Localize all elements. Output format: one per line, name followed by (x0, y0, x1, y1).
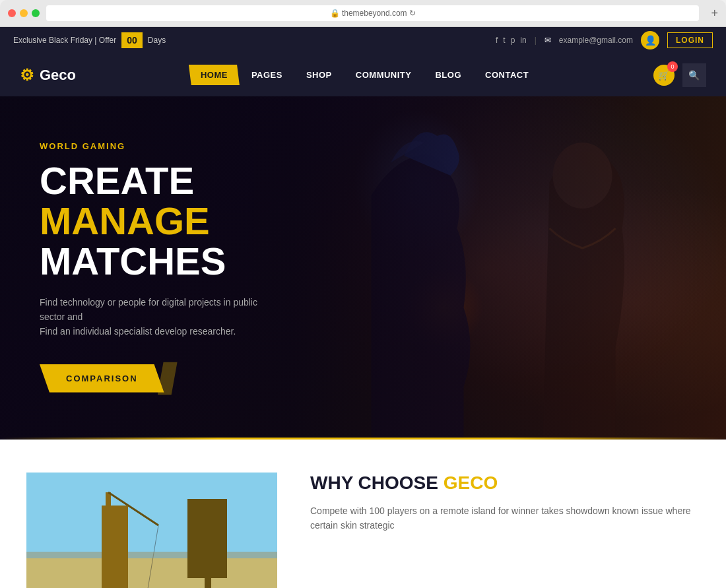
hero-section: WORLD GAMING CREATE MANAGE MATCHES Find … (0, 96, 726, 440)
nav-shop[interactable]: SHOP (294, 65, 344, 85)
top-bar-left: Exclusive Black Friday | Offer 00 Days (13, 32, 166, 48)
facebook-icon[interactable]: f (496, 36, 498, 45)
countdown-timer: 00 (121, 32, 143, 48)
nav-home[interactable]: HOME (189, 65, 240, 85)
email-address: example@gmail.com (559, 36, 633, 45)
nav-blog[interactable]: BLOG (423, 65, 473, 85)
mail-icon: ✉ (544, 36, 551, 45)
nav-community[interactable]: COMMUNITY (344, 65, 424, 85)
why-title-highlight: GECO (444, 473, 498, 493)
browser-chrome: 🔒 themebeyond.com ↻ + (0, 0, 726, 27)
dot-yellow[interactable] (20, 9, 28, 17)
dot-green[interactable] (32, 9, 40, 17)
svg-rect-9 (205, 506, 211, 588)
hero-title: CREATE MANAGE MATCHES (40, 161, 317, 282)
reload-icon[interactable]: ↻ (409, 9, 416, 18)
hero-title-line2: MATCHES (40, 239, 226, 282)
lock-icon: 🔒 (330, 9, 340, 18)
btn-slash-decoration (158, 362, 178, 395)
hero-cta-wrapper: COMPARISON (40, 362, 317, 395)
browser-address-bar[interactable]: 🔒 themebeyond.com ↻ (46, 5, 699, 21)
hero-subtitle: WORLD GAMING (40, 141, 317, 151)
social-icons: f t p in (496, 36, 527, 45)
linkedin-icon[interactable]: in (520, 36, 526, 45)
why-section-content: WHY CHOOSE GECO Compete with 100 players… (310, 473, 700, 533)
logo-icon: ⚙ (20, 66, 34, 84)
url-text: themebeyond.com (342, 9, 407, 18)
cart-badge: 0 (667, 61, 678, 72)
logo-text: Geco (40, 67, 76, 84)
hero-title-highlight: MANAGE (40, 199, 210, 242)
top-announcement-bar: Exclusive Black Friday | Offer 00 Days f… (0, 27, 726, 53)
why-description: Compete with 100 players on a remote isl… (310, 504, 700, 533)
cart-button[interactable]: 🛒 0 (653, 65, 675, 86)
pinterest-icon[interactable]: p (511, 36, 515, 45)
divider: | (535, 36, 537, 45)
svg-rect-10 (26, 552, 277, 558)
hero-title-line1: CREATE (40, 159, 194, 202)
why-section-image (26, 473, 277, 588)
navbar: ⚙ Geco HOME PAGES SHOP COMMUNITY BLOG CO… (0, 53, 726, 96)
svg-rect-5 (26, 558, 277, 588)
days-label: Days (148, 36, 166, 45)
logo[interactable]: ⚙ Geco (20, 66, 76, 84)
svg-rect-6 (106, 492, 111, 588)
login-button[interactable]: LOGIN (667, 32, 713, 48)
hero-description: Find technology or people for digital pr… (40, 294, 277, 339)
top-bar-right: f t p in | ✉ example@gmail.com 👤 LOGIN (496, 31, 713, 49)
offer-text: Exclusive Black Friday | Offer (13, 36, 116, 45)
dot-red[interactable] (8, 9, 16, 17)
nav-links: HOME PAGES SHOP COMMUNITY BLOG CONTACT (189, 65, 541, 85)
twitter-icon[interactable]: t (503, 36, 505, 45)
hero-content: WORLD GAMING CREATE MANAGE MATCHES Find … (40, 141, 317, 395)
search-button[interactable]: 🔍 (682, 63, 706, 87)
new-tab-button[interactable]: + (711, 7, 718, 20)
why-title: WHY CHOOSE GECO (310, 473, 700, 494)
nav-pages[interactable]: PAGES (240, 65, 294, 85)
nav-right: 🛒 0 🔍 (653, 63, 706, 87)
why-title-plain: WHY CHOOSE (310, 473, 444, 493)
why-choose-section: WHY CHOOSE GECO Compete with 100 players… (0, 440, 726, 588)
user-icon[interactable]: 👤 (641, 31, 659, 49)
hero-bottom-line (0, 438, 726, 440)
browser-dots (8, 9, 40, 17)
comparison-button[interactable]: COMPARISON (40, 364, 164, 393)
nav-contact[interactable]: CONTACT (473, 65, 541, 85)
